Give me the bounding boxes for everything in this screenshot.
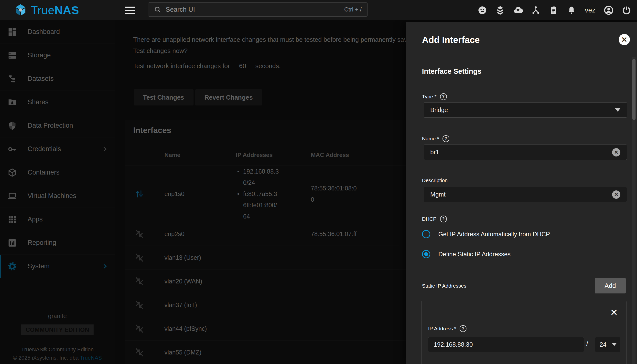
truecommand-icon[interactable]	[495, 5, 505, 16]
cloud-sync-icon[interactable]	[513, 5, 523, 16]
panel-scrollbar[interactable]	[632, 57, 635, 364]
dropdown-arrow-icon	[612, 343, 616, 346]
type-select[interactable]: Bridge	[424, 102, 627, 118]
close-icon[interactable]: ✕	[619, 34, 630, 45]
description-input[interactable]: Mgmt ✕	[424, 187, 627, 202]
dropdown-arrow-icon	[615, 108, 620, 112]
top-bar: TrueNAS Search UI Ctrl + / vez	[0, 0, 637, 20]
ip-address-input[interactable]: 192.168.88.30	[428, 337, 584, 352]
description-field-label: Description	[422, 178, 448, 183]
search-placeholder: Search UI	[166, 6, 344, 14]
static-ips-label: Static IP Addresses	[422, 283, 466, 289]
tasks-icon[interactable]	[548, 5, 559, 16]
type-field-label: Type *	[422, 93, 447, 100]
clear-input-icon[interactable]: ✕	[612, 148, 620, 156]
add-static-ip-button[interactable]: Add	[595, 278, 626, 294]
radio-selected-icon	[422, 250, 430, 258]
cidr-separator: /	[586, 340, 588, 348]
clear-input-icon[interactable]: ✕	[612, 190, 620, 199]
alerts-bell-icon[interactable]	[566, 5, 577, 16]
topbar-icons: vez	[477, 0, 632, 20]
help-icon[interactable]	[460, 325, 466, 332]
power-icon[interactable]	[621, 5, 632, 16]
section-title: Interface Settings	[422, 68, 481, 76]
dhcp-field-label: DHCP	[422, 216, 447, 222]
name-field-label: Name *	[422, 135, 449, 142]
scrollbar-thumb[interactable]	[632, 59, 635, 120]
truenas-logo[interactable]: TrueNAS	[14, 0, 79, 20]
radio-unselected-icon	[422, 230, 430, 238]
name-input[interactable]: br1 ✕	[424, 144, 627, 160]
search-icon	[154, 6, 161, 13]
radio-static-option[interactable]: Define Static IP Addresses	[422, 250, 511, 258]
hostname-indicator[interactable]: vez	[584, 6, 596, 14]
help-icon[interactable]	[440, 93, 447, 100]
static-ip-entry-card: ✕ IP Address * 192.168.88.30 / 24	[421, 301, 626, 364]
menu-toggle-icon[interactable]	[125, 6, 135, 14]
feedback-icon[interactable]	[477, 5, 487, 16]
user-avatar-icon[interactable]	[603, 5, 614, 16]
remove-entry-icon[interactable]: ✕	[610, 308, 618, 317]
truenas-logo-icon	[14, 4, 27, 17]
panel-title: Add Interface	[422, 35, 480, 45]
help-icon[interactable]	[443, 135, 449, 142]
truenas-logo-text: TrueNAS	[31, 4, 79, 17]
radio-dhcp-option[interactable]: Get IP Address Automatically from DHCP	[422, 230, 550, 238]
jobs-icon[interactable]	[531, 5, 541, 16]
search-input[interactable]: Search UI Ctrl + /	[148, 2, 368, 16]
help-icon[interactable]	[440, 216, 447, 222]
panel-header-divider	[406, 57, 637, 57]
add-interface-panel: Add Interface ✕ Interface Settings Type …	[406, 22, 637, 364]
netmask-select[interactable]: 24	[595, 337, 620, 352]
ip-address-label: IP Address *	[428, 325, 466, 332]
search-shortcut: Ctrl + /	[344, 6, 362, 13]
